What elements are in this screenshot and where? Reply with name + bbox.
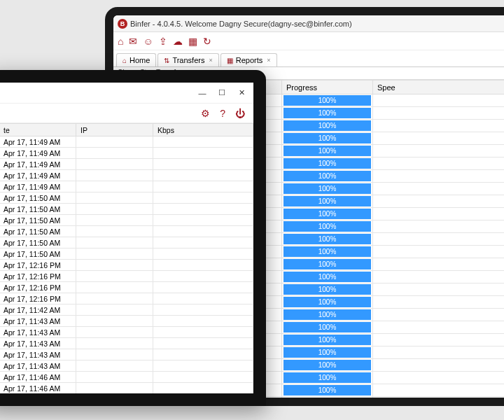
progress-bar: 100% [284, 309, 371, 320]
progress-bar: 100% [284, 385, 371, 396]
cell-speed [373, 195, 505, 208]
table-row[interactable]: Apr 17, 11:50 AM [0, 215, 253, 226]
cell-progress: 100% [282, 309, 373, 321]
cell-date: Apr 17, 12:16 PM [0, 260, 76, 271]
tab-reports-close[interactable]: × [267, 57, 270, 64]
table-row[interactable]: Apr 17, 11:49 AM [0, 170, 253, 181]
cell-speed [373, 170, 505, 183]
close-button[interactable]: ✕ [232, 86, 251, 100]
cell-speed [373, 284, 505, 296]
refresh-icon[interactable]: ↻ [203, 36, 211, 47]
cloud-icon[interactable]: ☁ [173, 36, 183, 47]
tab-transfers[interactable]: ⇅ Transfers × [158, 53, 218, 66]
tab-transfers-close[interactable]: × [209, 57, 212, 64]
cell-speed [373, 271, 505, 284]
cell-kbps [153, 226, 253, 237]
cell-speed [373, 158, 505, 170]
progress-bar: 100% [284, 322, 371, 332]
progress-bar: 100% [284, 335, 371, 345]
table-row[interactable]: Apr 17, 11:50 AM [0, 192, 253, 204]
table-row[interactable]: Apr 17, 11:43 AM [0, 349, 253, 360]
cell-date: Apr 17, 11:50 AM [0, 226, 76, 237]
table-row[interactable]: Apr 17, 11:46 AM [0, 372, 253, 383]
table-row[interactable]: Apr 17, 11:50 AM [0, 226, 253, 237]
table-row[interactable]: Apr 17, 11:50 AM [0, 204, 253, 215]
table-row[interactable]: Apr 17, 12:16 PM [0, 271, 253, 282]
cell-kbps [153, 383, 253, 394]
col-progress[interactable]: Progress [282, 80, 373, 94]
user-icon[interactable]: ☺ [143, 36, 153, 47]
cell-progress: 100% [282, 397, 373, 398]
progress-bar: 100% [284, 347, 371, 358]
log-window: — ☐ ✕ ⚙ ? ⏻ te IP Kbps Apr 17, 11:49 AMA… [0, 70, 266, 406]
cell-ip [76, 293, 153, 304]
cell-kbps [153, 170, 253, 181]
table-row[interactable]: Apr 17, 11:42 AM [0, 304, 253, 316]
cell-progress: 100% [282, 246, 373, 258]
table-row[interactable]: Apr 17, 11:50 AM [0, 237, 253, 248]
gear-icon[interactable]: ⚙ [201, 108, 210, 119]
cell-ip [76, 260, 153, 271]
cell-date: Apr 17, 11:49 AM [0, 170, 76, 181]
cell-progress: 100% [282, 372, 373, 384]
cell-kbps [153, 248, 253, 260]
table-row[interactable]: Apr 17, 12:16 PM [0, 293, 253, 304]
col-ip[interactable]: IP [76, 124, 153, 136]
cell-kbps [153, 237, 253, 248]
cell-progress: 100% [282, 321, 373, 334]
grid-icon[interactable]: ▦ [188, 36, 197, 47]
maximize-button[interactable]: ☐ [213, 86, 231, 100]
table-row[interactable]: Apr 17, 11:43 AM [0, 327, 253, 338]
cell-speed [373, 321, 505, 334]
window-title: Binfer - 4.0.4.5. Welcome Dagny Secure(d… [130, 20, 352, 28]
table-row[interactable]: Apr 17, 12:16 PM [0, 282, 253, 293]
log-body[interactable]: te IP Kbps Apr 17, 11:49 AMApr 17, 11:49… [0, 123, 253, 393]
table-row[interactable]: Apr 17, 12:16 PM [0, 260, 253, 271]
table-row[interactable]: Apr 17, 11:43 AM [0, 360, 253, 372]
cell-ip [76, 192, 153, 204]
cell-date: Apr 17, 11:49 AM [0, 181, 76, 192]
cell-kbps [153, 271, 253, 282]
cell-speed [373, 309, 505, 321]
progress-bar: 100% [284, 171, 371, 181]
col-date[interactable]: te [0, 124, 76, 136]
table-row[interactable]: Apr 17, 11:43 AM [0, 338, 253, 349]
mail-icon[interactable]: ✉ [129, 36, 137, 47]
help-icon[interactable]: ? [220, 108, 225, 119]
cell-progress: 100% [282, 271, 373, 284]
cell-progress: 100% [282, 296, 373, 309]
table-row[interactable]: Apr 17, 11:49 AM [0, 136, 253, 148]
tab-home[interactable]: ⌂ Home [116, 53, 156, 66]
cell-speed [373, 346, 505, 359]
cell-progress: 100% [282, 208, 373, 220]
cell-date: Apr 17, 11:50 AM [0, 237, 76, 248]
progress-bar: 100% [284, 272, 371, 282]
cell-kbps [153, 316, 253, 327]
table-row[interactable]: Apr 17, 11:46 AM [0, 383, 253, 394]
share-icon[interactable]: ⇪ [159, 36, 167, 47]
table-row[interactable]: Apr 17, 11:50 AM [0, 248, 253, 260]
tab-reports[interactable]: ▦ Reports × [220, 53, 277, 66]
col-speed[interactable]: Spee [373, 80, 505, 94]
table-row[interactable]: Apr 17, 11:49 AM [0, 148, 253, 159]
cell-ip [76, 304, 153, 316]
titlebar: B Binfer - 4.0.4.5. Welcome Dagny Secure… [113, 15, 504, 32]
progress-bar: 100% [284, 95, 371, 106]
cell-progress: 100% [282, 107, 373, 120]
cell-progress: 100% [282, 220, 373, 233]
cell-speed [373, 220, 505, 233]
cell-progress: 100% [282, 94, 373, 107]
power-icon[interactable]: ⏻ [235, 108, 245, 119]
col-kbps[interactable]: Kbps [153, 124, 253, 136]
table-row[interactable]: Apr 17, 11:43 AM [0, 316, 253, 327]
cell-speed [373, 208, 505, 220]
cell-speed [373, 384, 505, 397]
cell-progress: 100% [282, 170, 373, 183]
table-row[interactable]: Apr 17, 11:49 AM [0, 181, 253, 192]
cell-date: Apr 17, 11:50 AM [0, 192, 76, 204]
table-row[interactable]: Apr 17, 11:49 AM [0, 159, 253, 170]
cell-ip [76, 215, 153, 226]
minimize-button[interactable]: — [193, 86, 211, 100]
home-icon[interactable]: ⌂ [118, 36, 123, 47]
cell-ip [76, 327, 153, 338]
